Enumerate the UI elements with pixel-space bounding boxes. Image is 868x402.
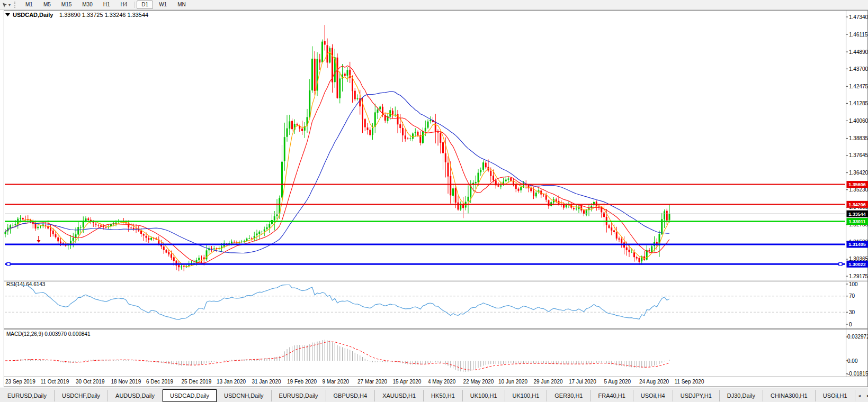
svg-text:1.41285: 1.41285 (849, 100, 868, 106)
tab-fra40-h1-12[interactable]: FRA40,H1 (590, 390, 633, 401)
tab-usdchf-daily-1[interactable]: USDCHF,Daily (55, 390, 108, 401)
svg-text:1.29175: 1.29175 (849, 273, 868, 279)
price-tags: 1.356061.342061.335441.330111.314051.300… (847, 181, 868, 268)
svg-text:24 Aug 2020: 24 Aug 2020 (639, 379, 669, 385)
svg-text:70: 70 (849, 293, 855, 299)
svg-text:29 Jun 2020: 29 Jun 2020 (534, 379, 563, 385)
svg-text:1.33544: 1.33544 (848, 212, 866, 217)
tab-usoil-h1-17[interactable]: USOil,H1 (816, 390, 855, 401)
svg-text:1.47340: 1.47340 (849, 14, 868, 20)
tab-dj30-daily-15[interactable]: DJ30,Daily (720, 390, 763, 401)
svg-text:1.42475: 1.42475 (849, 84, 868, 89)
svg-text:1.46115: 1.46115 (849, 32, 868, 38)
tab-eurusd-daily-5[interactable]: EURUSD,Daily (272, 390, 326, 401)
svg-text:1.43700: 1.43700 (849, 66, 868, 72)
moving-average-34 (5, 92, 669, 253)
tab-china300-h1-16[interactable]: CHINA300,H1 (763, 390, 816, 401)
tab-xauusd-h1-7[interactable]: XAUUSD,H1 (375, 390, 424, 401)
svg-text:4 May 2020: 4 May 2020 (428, 379, 456, 385)
date-axis: 23 Sep 201911 Oct 201930 Oct 201918 Nov … (5, 379, 704, 385)
svg-text:0.032972: 0.032972 (847, 334, 868, 340)
svg-text:-0.018154: -0.018154 (847, 371, 868, 377)
svg-text:1.35606: 1.35606 (848, 182, 866, 187)
svg-text:19 Feb 2020: 19 Feb 2020 (287, 379, 317, 385)
svg-text:11 Sep 2020: 11 Sep 2020 (675, 379, 704, 385)
svg-text:1.36420: 1.36420 (849, 170, 868, 176)
chart-tab-bar: EURUSD,DailyUSDCHF,DailyAUDUSD,DailyUSDC… (0, 388, 868, 402)
tab-hk50-h1-8[interactable]: HK50,H1 (424, 390, 463, 401)
svg-text:1.30022: 1.30022 (848, 262, 866, 267)
pane-borders (4, 11, 868, 387)
price-axis: 1.473401.461151.448901.437001.424751.412… (846, 14, 868, 279)
chart-canvas[interactable]: USDCAD,Daily 1.33690 1.33725 1.33246 1.3… (0, 0, 868, 402)
svg-text:1.33011: 1.33011 (848, 219, 865, 224)
macd-panel: 0.0329720.00-0.018154 (5, 334, 868, 377)
tab-gbpusd-h4-6[interactable]: GBPUSD,H4 (326, 390, 375, 401)
svg-text:1.40060: 1.40060 (849, 118, 868, 124)
svg-text:18 Nov 2019: 18 Nov 2019 (111, 379, 141, 385)
tab-scroll-left-icon[interactable]: ◂ (855, 393, 864, 398)
svg-text:30: 30 (849, 309, 855, 315)
svg-text:22 May 2020: 22 May 2020 (463, 379, 494, 385)
rsi-indicator-label: RSI(14) 64.6143 (6, 281, 46, 287)
svg-text:100: 100 (849, 281, 858, 287)
tab-scroll-right-icon[interactable]: ▸ (864, 393, 868, 398)
svg-text:1.31405: 1.31405 (848, 242, 866, 247)
candles-layer (5, 25, 670, 271)
svg-text:1.44890: 1.44890 (849, 49, 868, 55)
tab-usdcad-daily-3[interactable]: USDCAD,Daily (163, 389, 217, 402)
rsi-panel: 10070300 (5, 281, 858, 327)
chart-quote-line: 1.33690 1.33725 1.33246 1.33544 (59, 12, 148, 18)
macd-indicator-label: MACD(12,26,9) 0.003970 0.000841 (6, 331, 91, 337)
svg-text:23 Sep 2019: 23 Sep 2019 (5, 379, 35, 385)
tab-usoil-h4-13[interactable]: USOil,H4 (633, 390, 673, 401)
svg-text:31 Jan 2020: 31 Jan 2020 (252, 379, 281, 385)
title-collapse-triangle-icon[interactable] (5, 13, 10, 16)
mt4-window: ▾ M1M5M15M30H1H4D1W1MN USDCAD,Daily 1.33… (0, 0, 868, 402)
svg-text:25 Dec 2019: 25 Dec 2019 (182, 379, 212, 385)
svg-text:1.37645: 1.37645 (849, 152, 868, 158)
svg-text:11 Oct 2019: 11 Oct 2019 (41, 379, 69, 385)
hline-handle[interactable] (7, 262, 10, 266)
tab-usdjpy-h1-14[interactable]: USDJPY,H1 (673, 390, 720, 401)
svg-text:27 Mar 2020: 27 Mar 2020 (357, 379, 388, 385)
svg-text:13 Jan 2020: 13 Jan 2020 (217, 379, 246, 385)
svg-text:30 Oct 2019: 30 Oct 2019 (76, 379, 105, 385)
chart-title: USDCAD,Daily (13, 12, 53, 18)
svg-text:1.34206: 1.34206 (848, 202, 866, 207)
svg-text:6 Dec 2019: 6 Dec 2019 (146, 379, 174, 385)
rsi-line (13, 285, 669, 320)
svg-text:17 Jul 2020: 17 Jul 2020 (569, 379, 596, 385)
svg-text:5 Aug 2020: 5 Aug 2020 (604, 379, 631, 385)
tab-eurusd-daily-0[interactable]: EURUSD,Daily (0, 390, 55, 401)
arrow-object[interactable] (37, 236, 41, 243)
svg-text:10 Jun 2020: 10 Jun 2020 (498, 379, 527, 385)
tab-uk100-h1-9[interactable]: UK100,H1 (463, 390, 505, 401)
tab-audusd-daily-2[interactable]: AUDUSD,Daily (108, 390, 163, 401)
hline-handle[interactable] (839, 262, 842, 266)
svg-text:0.00: 0.00 (847, 358, 858, 364)
svg-text:9 Mar 2020: 9 Mar 2020 (323, 379, 350, 385)
svg-text:0: 0 (849, 322, 852, 327)
svg-text:1.38835: 1.38835 (849, 135, 868, 141)
tab-usdcnh-daily-4[interactable]: USDCNH,Daily (217, 390, 272, 401)
tab-ger30-h1-11[interactable]: GER30,H1 (547, 390, 590, 401)
tab-uk100-h1-10[interactable]: UK100,H1 (505, 390, 548, 401)
svg-text:15 Apr 2020: 15 Apr 2020 (393, 379, 422, 385)
